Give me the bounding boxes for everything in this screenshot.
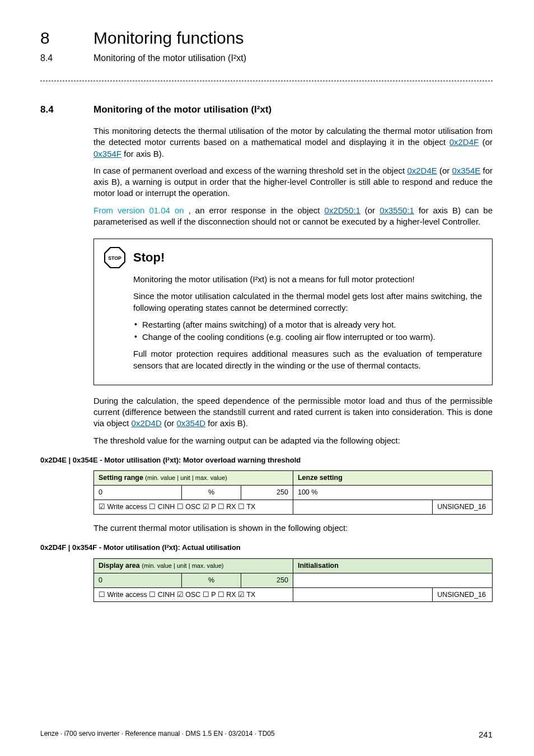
- table2-head-left-sub: (min. value | unit | max. value): [142, 562, 223, 569]
- table2-max: 250: [241, 573, 293, 587]
- page-root: 8 Monitoring functions 8.4 Monitoring of…: [0, 0, 534, 756]
- section-title: Monitoring of the motor utilisation (I²x…: [93, 104, 271, 116]
- table2-row-values: 0 % 250: [94, 573, 493, 587]
- after-stop-paragraphs: During the calculation, the speed depend…: [93, 395, 493, 446]
- after-stop-p1-mid: (or: [164, 418, 177, 428]
- link-0x354F[interactable]: 0x354F: [93, 149, 121, 158]
- stop-box: STOP Stop! Monitoring the motor utilisat…: [93, 239, 493, 385]
- stop-body: Monitoring the motor utilisation (I²xt) …: [133, 274, 482, 371]
- table1-row-values: 0 % 250 100 %: [94, 486, 493, 500]
- table1-caption: 0x2D4E | 0x354E - Motor utilisation (I²x…: [40, 455, 493, 465]
- section-number: 8.4: [40, 104, 93, 116]
- chapter-number: 8: [40, 27, 93, 50]
- table2-access: ☐ Write access ☐ CINH ☑ OSC ☐ P ☐ RX ☑ T…: [94, 587, 293, 602]
- table1-unit: %: [181, 486, 241, 500]
- intro-p3: From version 01.04 on , an error respons…: [93, 205, 493, 228]
- table1-head-left-main: Setting range: [99, 474, 143, 482]
- link-0x2D4D[interactable]: 0x2D4D: [132, 418, 162, 428]
- header-divider: [40, 81, 493, 81]
- chapter-sub-title: Monitoring of the motor utilisation (I²x…: [93, 52, 246, 64]
- link-0x3550-1[interactable]: 0x3550:1: [380, 206, 414, 215]
- intro-p3-version: From version 01.04 on: [93, 206, 184, 215]
- section-heading: 8.4 Monitoring of the motor utilisation …: [40, 104, 493, 116]
- intro-p1: This monitoring detects the thermal util…: [93, 125, 493, 160]
- after-stop-p1: During the calculation, the speed depend…: [93, 395, 493, 430]
- link-0x354D[interactable]: 0x354D: [176, 418, 205, 428]
- table2-access-blank: [293, 587, 432, 602]
- intro-p2-text: In case of permanent overload and excess…: [93, 166, 407, 175]
- table1-head-left: Setting range (min. value | unit | max. …: [94, 471, 293, 486]
- stop-li1: Restarting (after mains switching) of a …: [133, 319, 482, 330]
- stop-p3: Full motor protection requires additiona…: [133, 348, 482, 371]
- table2-min: 0: [94, 573, 182, 587]
- stop-p1: Monitoring the motor utilisation (I²xt) …: [133, 274, 482, 285]
- link-0x354E[interactable]: 0x354E: [452, 166, 480, 175]
- stop-icon-text: STOP: [108, 255, 121, 261]
- table2-unit: %: [181, 573, 241, 587]
- stop-label: Stop!: [133, 249, 165, 266]
- table2-init: [293, 573, 492, 587]
- chapter-subheader: 8.4 Monitoring of the motor utilisation …: [40, 52, 493, 64]
- between-tables: The current thermal motor utilisation is…: [93, 522, 493, 534]
- table2-head-left-main: Display area: [99, 562, 140, 570]
- table1-min: 0: [94, 486, 182, 500]
- after-stop-p2: The threshold value for the warning outp…: [93, 435, 493, 446]
- table2-type: UNSIGNED_16: [433, 587, 493, 602]
- intro-p2: In case of permanent overload and excess…: [93, 165, 493, 199]
- stop-p2: Since the motor utilisation calculated i…: [133, 291, 482, 314]
- intro-p1-post: for axis B).: [124, 149, 164, 158]
- table2-row-access: ☐ Write access ☐ CINH ☑ OSC ☐ P ☐ RX ☑ T…: [94, 587, 493, 602]
- link-0x2D50-1[interactable]: 0x2D50:1: [325, 206, 360, 215]
- footer-left: Lenze · i700 servo inverter · Reference …: [40, 729, 275, 740]
- table1-init: 100 %: [293, 486, 492, 500]
- table1-max: 250: [241, 486, 293, 500]
- table2-head-left: Display area (min. value | unit | max. v…: [94, 558, 293, 573]
- intro-paragraphs: This monitoring detects the thermal util…: [93, 125, 493, 227]
- stop-list: Restarting (after mains switching) of a …: [133, 319, 482, 343]
- intro-p3-mid2: (or: [365, 206, 380, 215]
- intro-p3-mid1: , an error response in the object: [189, 206, 325, 215]
- table1-access: ☑ Write access ☐ CINH ☐ OSC ☑ P ☐ RX ☐ T…: [94, 500, 293, 515]
- page-number: 241: [479, 729, 493, 740]
- stop-icon: STOP: [104, 247, 125, 268]
- table1: Setting range (min. value | unit | max. …: [93, 470, 493, 515]
- chapter-title: Monitoring functions: [93, 27, 243, 50]
- between-tables-p: The current thermal motor utilisation is…: [93, 522, 493, 534]
- table1-type: UNSIGNED_16: [433, 500, 493, 515]
- intro-p1-text: This monitoring detects the thermal util…: [93, 126, 493, 147]
- link-0x2D4E[interactable]: 0x2D4E: [407, 166, 437, 175]
- stop-box-wrapper: STOP Stop! Monitoring the motor utilisat…: [93, 239, 493, 385]
- link-0x2D4F[interactable]: 0x2D4F: [449, 137, 479, 147]
- table1-head-left-sub2: (min. value | unit | max. value): [145, 474, 227, 481]
- table2-caption: 0x2D4F | 0x354F - Motor utilisation (I²x…: [40, 543, 493, 553]
- table1-head-right: Lenze setting: [293, 471, 492, 486]
- table1-access-blank: [293, 500, 432, 515]
- table1-row-access: ☑ Write access ☐ CINH ☐ OSC ☑ P ☐ RX ☐ T…: [94, 500, 493, 515]
- stop-li2: Change of the cooling conditions (e.g. c…: [133, 332, 482, 343]
- chapter-sub-number: 8.4: [40, 52, 93, 64]
- chapter-header: 8 Monitoring functions: [40, 27, 493, 50]
- table2-head-right: Initialisation: [293, 558, 492, 573]
- footer: Lenze · i700 servo inverter · Reference …: [40, 729, 493, 740]
- after-stop-p1-post: for axis B).: [208, 418, 248, 428]
- intro-p2-mid: (or: [439, 166, 452, 175]
- table2: Display area (min. value | unit | max. v…: [93, 558, 493, 603]
- intro-p1-mid: (or: [483, 137, 493, 147]
- stop-header: STOP Stop!: [104, 247, 482, 268]
